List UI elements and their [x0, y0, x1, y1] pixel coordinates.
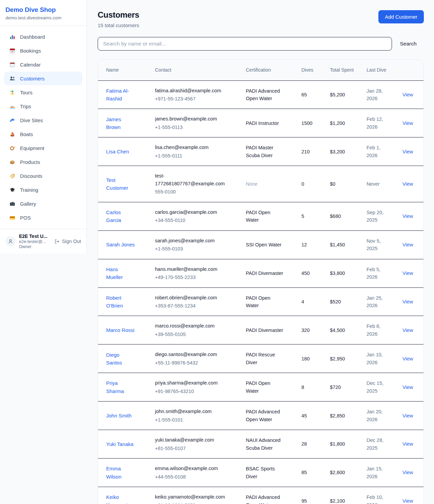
customer-last-dive: Feb 12, 2026	[367, 115, 387, 131]
sidebar-item-label: Discounts	[20, 173, 42, 179]
view-customer-link[interactable]: View	[402, 213, 413, 219]
view-customer-link[interactable]: View	[402, 328, 413, 333]
customer-name-link[interactable]: Hans Mueller	[106, 265, 136, 281]
customer-name-link[interactable]: John Smith	[106, 412, 132, 419]
customer-certification: PADI Instructor	[246, 119, 284, 127]
sidebar-item-tours[interactable]: Tours	[4, 86, 82, 99]
search-button[interactable]: Search	[393, 38, 424, 50]
table-row: Lisa Chenlisa.chen@example.com+1-555-011…	[98, 137, 423, 166]
customer-last-dive: Feb 5, 2026	[367, 266, 387, 281]
customer-last-dive: Feb 10, 2026	[367, 493, 387, 504]
view-customer-link[interactable]: View	[402, 149, 413, 154]
customer-name-link[interactable]: Yuki Tanaka	[106, 440, 134, 448]
column-header-last-dive: Last Dive	[361, 60, 397, 80]
customer-name-link[interactable]: Fatima Al-Rashid	[106, 87, 136, 103]
view-customer-link[interactable]: View	[402, 498, 413, 504]
customer-name-link[interactable]: Lisa Chen	[106, 148, 129, 155]
customer-email: fatima.alrashid@example.com	[155, 87, 224, 94]
customer-dives: 28	[296, 430, 324, 459]
view-customer-link[interactable]: View	[402, 242, 413, 247]
customer-name-link[interactable]: Carlos Garcia	[106, 208, 136, 224]
sidebar-item-calendar[interactable]: Calendar	[4, 58, 82, 71]
sidebar-item-pos[interactable]: POS	[4, 211, 82, 224]
sidebar-item-label: POS	[20, 215, 31, 221]
search-input[interactable]	[98, 37, 392, 51]
sidebar-item-dashboard[interactable]: Dashboard	[4, 30, 82, 43]
sidebar-item-training[interactable]: Training	[4, 183, 82, 197]
tag-icon	[9, 172, 16, 179]
view-customer-link[interactable]: View	[402, 441, 413, 447]
customer-certification: PADI Divemaster	[246, 326, 284, 334]
customer-email: hans.mueller@example.com	[155, 265, 224, 273]
user-role: Owner	[19, 244, 51, 249]
view-customer-link[interactable]: View	[402, 92, 413, 97]
customer-name-link[interactable]: Test Customer	[106, 176, 136, 192]
customer-total-spent: $4,500	[324, 316, 361, 344]
calendar-date-icon: 17	[9, 47, 16, 54]
customer-certification: PADI Advanced Open Water	[246, 408, 284, 423]
table-row: Hans Muellerhans.mueller@example.com+49-…	[98, 259, 423, 287]
user-name: E2E Test U...	[19, 234, 51, 239]
shop-domain: demo.test.divestreams.com	[5, 15, 81, 20]
sidebar-item-bookings[interactable]: 17 Bookings	[4, 44, 82, 57]
table-row: Carlos Garciacarlos.garcia@example.com+3…	[98, 202, 423, 230]
view-customer-link[interactable]: View	[402, 413, 413, 418]
customer-phone: +91-98765-43210	[155, 388, 235, 395]
view-customer-link[interactable]: View	[402, 181, 413, 187]
customer-phone: 555-0100	[155, 188, 235, 195]
customer-certification: PADI Open Water	[246, 379, 284, 395]
table-header-row: Name Contact Certification Dives Total S…	[98, 60, 423, 80]
customer-certification: NAUI Advanced Scuba Diver	[246, 436, 284, 452]
customer-email: emma.wilson@example.com	[155, 465, 224, 472]
customer-total-spent: $2,100	[324, 487, 361, 504]
table-row: Fatima Al-Rashidfatima.alrashid@example.…	[98, 80, 423, 109]
sidebar-item-customers[interactable]: Customers	[4, 72, 82, 85]
sidebar-item-label: Customers	[20, 76, 45, 81]
sidebar-item-gallery[interactable]: Gallery	[4, 197, 82, 210]
customer-name-link[interactable]: Sarah Jones	[106, 241, 135, 248]
people-icon	[9, 75, 16, 82]
customer-phone: +39-555-0105	[155, 331, 235, 338]
view-customer-link[interactable]: View	[402, 299, 413, 304]
customer-name-link[interactable]: James Brown	[106, 115, 136, 131]
customer-name-link[interactable]: Robert O'Brien	[106, 294, 136, 310]
customers-table: Name Contact Certification Dives Total S…	[98, 60, 423, 504]
table-row: Emma Wilsonemma.wilson@example.com+44-55…	[98, 459, 423, 487]
view-customer-link[interactable]: View	[402, 385, 413, 390]
customer-name-link[interactable]: Emma Wilson	[106, 465, 136, 481]
sidebar-item-products[interactable]: Products	[4, 155, 82, 169]
customer-name-link[interactable]: Priya Sharma	[106, 379, 136, 395]
customer-name-link[interactable]: Diego Santos	[106, 351, 136, 367]
speedboat-icon	[9, 103, 16, 110]
main-content: Customers 15 total customers Add Custome…	[87, 0, 434, 504]
view-customer-link[interactable]: View	[402, 470, 413, 475]
customer-dives: 0	[296, 166, 324, 202]
customer-name-link[interactable]: Marco Rossi	[106, 326, 134, 334]
customer-last-dive: Dec 28, 2025	[367, 436, 387, 452]
sidebar-item-trips[interactable]: Trips	[4, 99, 82, 113]
view-customer-link[interactable]: View	[402, 270, 413, 276]
view-customer-link[interactable]: View	[402, 120, 413, 126]
customer-last-dive: Feb 8, 2026	[367, 322, 387, 338]
sidebar-item-dive-sites[interactable]: Dive Sites	[4, 113, 82, 127]
sidebar-item-label: Boats	[20, 131, 33, 137]
user-email: e2e-tester@...	[19, 239, 51, 244]
sidebar: Demo Dive Shop demo.test.divestreams.com…	[0, 0, 87, 254]
customer-total-spent: $680	[324, 202, 361, 230]
customer-phone: +1-555-0113	[155, 124, 235, 131]
add-customer-button[interactable]: Add Customer	[378, 10, 424, 23]
customer-certification: PADI Rescue Diver	[246, 351, 284, 366]
shop-header: Demo Dive Shop demo.test.divestreams.com	[0, 0, 86, 26]
customer-name-link[interactable]: Keiko Yamamoto	[106, 493, 136, 504]
customer-email: test-1772681807767@example.com	[155, 172, 224, 187]
sidebar-item-label: Equipment	[20, 145, 44, 151]
sidebar-item-boats[interactable]: Boats	[4, 127, 82, 141]
sign-out-label: Sign Out	[62, 239, 81, 244]
customer-last-dive: Nov 5, 2025	[367, 237, 387, 253]
bar-chart-icon	[9, 33, 16, 40]
sidebar-item-equipment[interactable]: Equipment	[4, 141, 82, 155]
sign-out-button[interactable]: Sign Out	[54, 239, 81, 244]
sidebar-item-discounts[interactable]: Discounts	[4, 169, 82, 183]
view-customer-link[interactable]: View	[402, 356, 413, 361]
sidebar-item-label: Dashboard	[20, 34, 45, 40]
